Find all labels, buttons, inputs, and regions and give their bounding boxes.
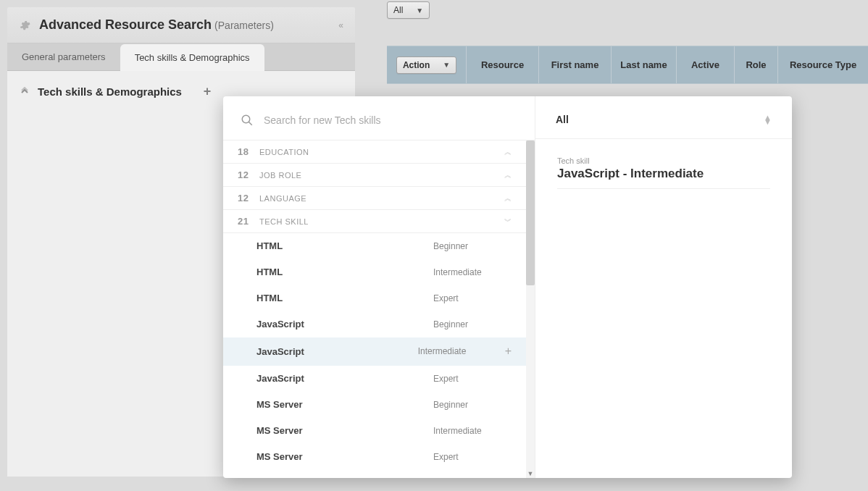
skill-name: MS Server [256,451,433,462]
skill-name: HTML [256,267,433,277]
detail-body: Tech skill JavaScript - Intermediate [535,139,792,206]
chevron-up-icon: ︽ [504,170,512,180]
skill-level: Intermediate [433,426,520,436]
skill-picker-right: All ▲▼ Tech skill JavaScript - Intermedi… [535,96,792,478]
search-icon [241,114,254,127]
detail-title: JavaScript - Intermediate [557,167,770,189]
skill-row[interactable]: HTML Expert [223,285,535,311]
skill-level: Beginner [433,319,520,330]
top-filter-area: All ▼ [387,1,868,19]
action-select[interactable]: Action ▼ [396,56,456,74]
skill-name: JavaScript [256,373,433,384]
caret-down-icon: ▼ [443,61,450,69]
tab-tech-skills-demographics[interactable]: Tech skills & Demographics [120,44,264,71]
col-role[interactable]: Role [735,46,778,83]
right-filter-row[interactable]: All ▲▼ [535,96,792,139]
skill-level: Beginner [433,241,520,251]
col-active[interactable]: Active [677,46,735,83]
category-list: 18 EDUCATION ︽ 12 JOB ROLE ︽ 12 LANGUAGE… [223,140,535,478]
top-filter-select[interactable]: All ▼ [387,1,430,19]
svg-line-1 [249,122,252,125]
category-count: 12 [238,193,259,203]
skill-level: Intermediate [418,346,505,356]
skill-name: MS Server [256,425,433,436]
skill-level: Expert [433,452,520,462]
category-count: 21 [238,216,259,227]
tabs-row: General parameters Tech skills & Demogra… [7,43,355,71]
category-job-role[interactable]: 12 JOB ROLE ︽ [223,164,535,187]
category-tech-skill[interactable]: 21 TECH SKILL ︾ [223,210,535,233]
skill-level: Expert [433,374,520,384]
search-input[interactable] [264,114,520,126]
action-select-label: Action [403,60,430,70]
skill-row[interactable]: JavaScript Beginner [223,311,535,337]
category-language[interactable]: 12 LANGUAGE ︽ [223,187,535,210]
skill-picker-left: 18 EDUCATION ︽ 12 JOB ROLE ︽ 12 LANGUAGE… [223,96,535,478]
skill-name: JavaScript [256,319,433,330]
skill-row[interactable]: JavaScript Intermediate + [223,337,535,366]
skill-picker-popover: 18 EDUCATION ︽ 12 JOB ROLE ︽ 12 LANGUAGE… [223,96,792,478]
col-action: Action ▼ [387,46,467,83]
skill-name: MS Server [256,399,433,410]
scrollbar-thumb[interactable] [526,140,535,285]
results-table-header: Action ▼ Resource First name Last name A… [387,46,868,84]
sort-icon[interactable]: ▲▼ [764,115,772,124]
skill-level: Expert [433,293,520,303]
category-name: TECH SKILL [259,217,504,226]
panel-subtitle: (Parameters) [214,20,274,31]
scroll-down-icon[interactable]: ▼ [527,470,534,477]
chevron-up-icon: ︽ [504,193,512,203]
detail-label: Tech skill [557,156,770,165]
skill-row[interactable]: HTML Intermediate [223,259,535,285]
section-title: Tech skills & Demographics [38,85,182,98]
chevron-up-icon: ︽ [504,147,512,157]
skill-row[interactable]: HTML Beginner [223,233,535,259]
add-skill-button[interactable]: + [200,84,214,98]
skill-row[interactable]: MS Server Expert [223,444,535,470]
category-name: LANGUAGE [259,194,504,203]
chevron-down-icon: ︾ [504,217,512,227]
category-name: JOB ROLE [259,171,504,180]
category-name: EDUCATION [259,148,504,156]
col-resource[interactable]: Resource [467,46,539,83]
gear-icon[interactable] [19,20,30,31]
search-row [223,96,535,140]
collapse-panel-icon[interactable]: « [338,20,343,30]
skill-name: HTML [256,293,433,303]
scrollbar[interactable]: ▲ ▼ [526,140,535,478]
right-filter-label: All [556,114,569,125]
caret-down-icon: ▼ [416,7,423,14]
panel-title: Advanced Resource Search [39,17,212,33]
top-filter-label: All [393,5,403,15]
chevron-up-icon [17,84,32,98]
skill-level: Beginner [433,400,520,410]
category-education[interactable]: 18 EDUCATION ︽ [223,140,535,164]
skill-row[interactable]: MS Server Intermediate [223,418,535,444]
skill-row[interactable]: JavaScript Expert [223,366,535,392]
svg-point-0 [242,115,250,123]
skill-row[interactable]: MS Server Beginner [223,392,535,418]
skill-name: HTML [256,240,433,251]
col-last-name[interactable]: Last name [612,46,677,83]
tab-general-parameters[interactable]: General parameters [7,43,120,70]
add-icon[interactable]: + [505,345,512,358]
category-count: 18 [238,146,259,157]
skill-name: JavaScript [256,346,418,357]
col-resource-type[interactable]: Resource Type [778,46,868,83]
category-count: 12 [238,169,259,180]
skill-level: Intermediate [433,267,520,277]
col-first-name[interactable]: First name [539,46,612,83]
panel-header: Advanced Resource Search (Parameters) « [7,7,355,43]
